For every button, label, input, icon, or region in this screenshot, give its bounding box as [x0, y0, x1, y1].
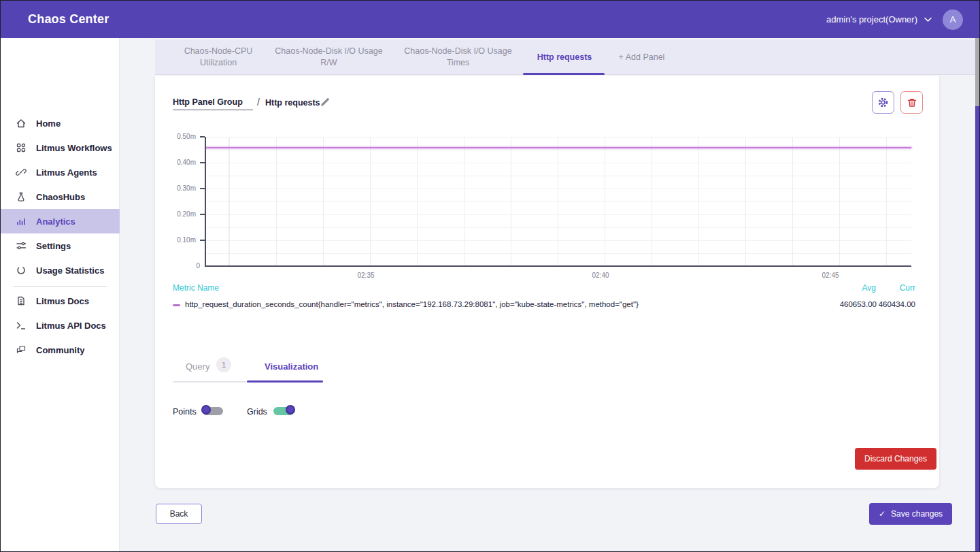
breadcrumb-separator: /: [257, 97, 260, 108]
sidebar-item-label: ChaosHubs: [36, 192, 85, 202]
pencil-icon: [320, 97, 331, 108]
trash-icon: [907, 97, 917, 108]
y-tick-label: 0.10m: [155, 236, 196, 244]
active-tab-indicator: [523, 73, 605, 75]
sidebar-item-settings[interactable]: Settings: [1, 233, 120, 258]
app-title: Chaos Center: [28, 12, 109, 27]
y-axis-line: [205, 137, 206, 267]
tab-track: [173, 381, 246, 383]
tab-query[interactable]: Query: [186, 361, 209, 372]
sidebar-divider: [13, 286, 107, 287]
chat-bubbles-icon: [16, 344, 27, 355]
panel-editor-card: / Http requests 0.50m 0.40m 0.30m 0.20m …: [155, 76, 939, 488]
sidebar-item-label: Litmus Agents: [36, 167, 97, 178]
y-tick-label: 0.20m: [155, 210, 196, 218]
y-tick-mark: [200, 162, 205, 163]
x-tick-label: 02:45: [815, 272, 845, 279]
edit-panel-name-button[interactable]: [318, 96, 332, 110]
y-tick-label: 0.50m: [155, 133, 196, 140]
back-button[interactable]: Back: [156, 504, 202, 524]
legend-avg-header: Avg: [862, 283, 876, 293]
legend-curr-header: Curr: [900, 283, 915, 293]
grids-toggle[interactable]: [272, 404, 295, 418]
y-tick-label: 0: [159, 262, 200, 270]
terminal-icon: [16, 320, 27, 331]
y-tick-label: 0.40m: [155, 159, 196, 166]
project-switcher[interactable]: admin's project(Owner): [826, 14, 932, 25]
y-tick-label: 0.30m: [155, 184, 196, 192]
sidebar-item-litmus-workflows[interactable]: Litmus Workflows: [1, 135, 120, 160]
legend-metric-name-header: Metric Name: [173, 283, 219, 293]
ring-icon: [16, 265, 27, 276]
query-count-badge: 1: [216, 357, 231, 372]
sidebar-item-label: Litmus API Docs: [36, 321, 106, 331]
series-line: [206, 147, 911, 148]
toggle-thumb: [286, 405, 295, 415]
gear-icon: [877, 97, 889, 108]
panel-group-name-input[interactable]: [173, 96, 253, 110]
chaos-center-app: Chaos Center admin's project(Owner) A Ho…: [0, 0, 980, 552]
save-changes-button[interactable]: ✓ Save changes: [869, 503, 952, 525]
tab-chaos-node-cpu-utilization[interactable]: Chaos-Node-CPU Utilization: [167, 39, 269, 75]
panel-tabstrip: Chaos-Node-CPU Utilization Chaos-Node-Di…: [155, 39, 975, 75]
chevron-down-icon: [924, 14, 932, 25]
x-tick-label: 02:35: [351, 272, 381, 279]
tab-visualization[interactable]: Visualization: [265, 361, 318, 372]
sidebar-item-label: Home: [36, 118, 61, 129]
tab-add-panel[interactable]: + Add Panel: [613, 39, 671, 75]
sidebar-item-label: Litmus Docs: [36, 296, 89, 306]
delete-panel-button[interactable]: [900, 91, 923, 114]
vertical-scrollbar[interactable]: [975, 38, 980, 552]
sidebar-item-label: Litmus Workflows: [36, 143, 112, 153]
sidebar-item-litmus-api-docs[interactable]: Litmus API Docs: [1, 313, 120, 338]
x-axis-line: [205, 265, 911, 267]
legend-avg-value: 460653.00: [840, 300, 877, 308]
link-icon: [16, 167, 27, 178]
points-toggle-label: Points: [173, 407, 197, 417]
flask-icon: [16, 191, 27, 202]
sidebar-item-label: Settings: [36, 241, 71, 251]
tab-chaos-node-disk-io-usage-rw[interactable]: Chaos-Node-Disk I/O Usage R/W: [273, 39, 385, 75]
sliders-icon: [16, 240, 27, 251]
y-tick-mark: [200, 188, 205, 189]
sidebar-item-usage-statistics[interactable]: Usage Statistics: [1, 258, 120, 282]
discard-changes-button[interactable]: Discard Changes: [855, 448, 936, 470]
home-icon: [16, 118, 27, 129]
sidebar-item-litmus-agents[interactable]: Litmus Agents: [1, 160, 120, 184]
series-color-swatch: [173, 304, 180, 306]
sidebar-item-label: Community: [36, 345, 85, 355]
bar-chart-icon: [16, 216, 27, 227]
sidebar-item-chaoshubs[interactable]: ChaosHubs: [1, 184, 120, 209]
sidebar-item-label: Analytics: [36, 216, 75, 227]
tab-http-requests[interactable]: Http requests: [524, 39, 605, 75]
sidebar-item-home[interactable]: Home: [1, 111, 120, 135]
legend-curr-value: 460434.00: [879, 300, 915, 308]
y-tick-mark: [200, 136, 205, 137]
workflows-icon: [16, 142, 27, 153]
project-switcher-label: admin's project(Owner): [826, 14, 917, 25]
avatar[interactable]: A: [943, 10, 963, 30]
toggle-thumb: [201, 405, 211, 415]
grids-toggle-label: Grids: [247, 407, 267, 417]
y-tick-mark: [200, 214, 205, 215]
app-header: Chaos Center admin's project(Owner) A: [1, 1, 980, 38]
sidebar-item-analytics[interactable]: Analytics: [1, 209, 120, 233]
x-tick-label: 02:40: [586, 272, 615, 279]
scrollbar-thumb[interactable]: [975, 106, 980, 552]
sidebar-item-community[interactable]: Community: [1, 338, 120, 362]
points-toggle[interactable]: [201, 404, 224, 418]
document-icon: [16, 295, 27, 306]
tab-chaos-node-disk-io-usage-times[interactable]: Chaos-Node-Disk I/O Usage Times: [402, 39, 514, 75]
legend-metric-text: http_request_duration_seconds_count{hand…: [185, 300, 639, 308]
visualization-tab-indicator: [247, 380, 323, 383]
y-tick-mark: [200, 240, 205, 241]
scrollbar-track-segment: [975, 38, 980, 106]
sidebar-item-label: Usage Statistics: [36, 265, 104, 276]
panel-name: Http requests: [265, 98, 320, 108]
chart-plot-area[interactable]: [206, 137, 911, 266]
panel-settings-button[interactable]: [872, 91, 894, 114]
save-changes-label: Save changes: [891, 509, 943, 519]
sidebar: Home Litmus Workflows Litmus Agents Chao…: [1, 38, 120, 552]
sidebar-item-litmus-docs[interactable]: Litmus Docs: [1, 289, 120, 313]
check-icon: ✓: [879, 509, 885, 519]
